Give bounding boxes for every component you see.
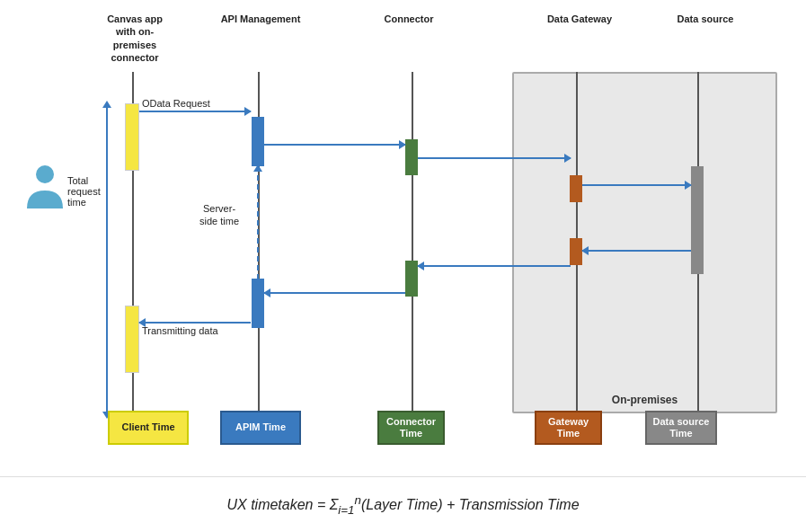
connector-time-legend: ConnectorTime (377, 411, 445, 445)
connector-block-top (405, 139, 418, 175)
total-request-label: Totalrequesttime (67, 175, 101, 208)
apim-block-top (252, 117, 264, 166)
formula-bar: UX timetaken = Σi=1n(Layer Time) + Trans… (0, 476, 806, 532)
canvas-block-bottom (125, 306, 139, 373)
canvas-block-top (125, 103, 139, 171)
apim-connector-arrow (264, 144, 405, 146)
apim-vert-dashed (257, 166, 259, 279)
data-source-label: Data source (669, 13, 741, 25)
gateway-ds-arrow (582, 184, 691, 186)
transmit-label: Transmitting data (142, 325, 218, 336)
connector-apim-return-arrow (264, 292, 405, 294)
apim-arrow-down (253, 279, 262, 286)
connector-gateway-arrow (418, 157, 571, 159)
total-request-line (106, 103, 108, 413)
datasource-time-legend: Data sourceTime (645, 411, 717, 445)
svg-point-0 (36, 165, 54, 183)
odata-label: OData Request (142, 98, 210, 109)
transmit-arrow (139, 322, 251, 324)
server-side-label: Server-side time (199, 202, 239, 228)
datasource-block (691, 166, 704, 274)
user-icon (25, 162, 65, 211)
onprem-label: On-premises (612, 394, 678, 406)
apim-block-bottom (252, 279, 264, 328)
gateway-time-legend: GatewayTime (535, 411, 602, 445)
formula-text: UX timetaken = Σi=1n(Layer Time) + Trans… (226, 493, 579, 517)
connector-label: Connector (377, 13, 440, 25)
gateway-block-bottom (570, 238, 582, 265)
client-time-legend: Client Time (108, 411, 189, 445)
connector-lifeline (412, 72, 413, 413)
apim-time-legend: APIM Time (220, 411, 301, 445)
data-gateway-label: Data Gateway (544, 13, 616, 25)
odata-arrow (139, 111, 251, 112)
apim-arrow-up (253, 164, 262, 172)
canvas-app-label: Canvas appwith on-premisesconnector (94, 13, 175, 64)
diagram-container: On-premises Canvas appwith on-premisesco… (0, 0, 806, 476)
total-req-arrow-up (102, 101, 111, 108)
gateway-connector-return-arrow (418, 265, 571, 267)
api-mgmt-label: API Management (220, 13, 301, 25)
onprem-box: On-premises (512, 72, 777, 413)
connector-block-bottom (405, 261, 418, 297)
gateway-block-top (570, 175, 582, 202)
ds-gateway-return-arrow (582, 250, 691, 252)
